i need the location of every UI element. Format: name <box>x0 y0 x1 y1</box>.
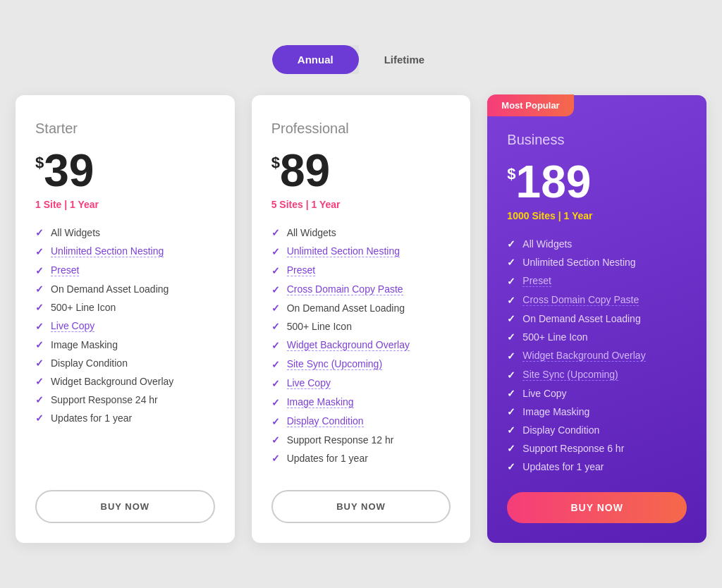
feature-link[interactable]: Live Copy <box>287 377 331 389</box>
lifetime-toggle[interactable]: Lifetime <box>359 45 451 74</box>
feature-text: Support Response 6 hr <box>522 443 624 454</box>
plan-period-professional: 5 Sites | 1 Year <box>271 199 451 210</box>
price-dollar-professional: $ <box>271 154 280 172</box>
feature-item: ✓ Support Response 6 hr <box>507 443 687 454</box>
feature-item: ✓ 500+ Line Icon <box>271 321 451 332</box>
buy-button-starter[interactable]: BUY NOW <box>35 490 215 523</box>
plans-container: Starter $ 39 1 Site | 1 Year ✓ All Widge… <box>16 95 706 543</box>
check-icon: ✓ <box>271 321 280 332</box>
feature-link[interactable]: Preset <box>51 264 79 276</box>
feature-text: All Widgets <box>522 238 572 250</box>
feature-link[interactable]: Unlimited Section Nesting <box>51 245 164 257</box>
plan-card-starter: Starter $ 39 1 Site | 1 Year ✓ All Widge… <box>16 95 235 543</box>
check-icon: ✓ <box>507 257 515 268</box>
features-list-starter: ✓ All Widgets ✓ Unlimited Section Nestin… <box>35 227 215 470</box>
feature-item: ✓ Cross Domain Copy Paste <box>271 283 451 295</box>
check-icon: ✓ <box>35 357 44 369</box>
feature-text: Widget Background Overlay <box>51 376 173 387</box>
page-wrapper: Annual Lifetime Starter $ 39 1 Site | 1 … <box>16 45 706 543</box>
plan-card-business: Most PopularBusiness $ 189 1000 Sites | … <box>487 95 706 543</box>
feature-item: ✓ On Demand Asset Loading <box>271 302 451 314</box>
check-icon: ✓ <box>507 406 515 417</box>
price-amount-starter: 39 <box>44 148 94 193</box>
feature-text: Image Masking <box>51 339 118 350</box>
feature-item: ✓ Image Masking <box>35 339 215 350</box>
feature-link[interactable]: Site Sync (Upcoming) <box>287 358 382 370</box>
feature-link[interactable]: Cross Domain Copy Paste <box>522 294 639 306</box>
feature-item: ✓ Widget Background Overlay <box>507 350 687 362</box>
feature-text: On Demand Asset Loading <box>51 283 169 295</box>
feature-text: All Widgets <box>287 227 336 238</box>
feature-link[interactable]: Widget Background Overlay <box>287 339 410 351</box>
buy-button-professional[interactable]: BUY NOW <box>271 490 451 523</box>
feature-link[interactable]: Widget Background Overlay <box>522 350 645 362</box>
feature-item: ✓ 500+ Line Icon <box>35 302 215 313</box>
feature-item: ✓ Updates for 1 year <box>507 461 687 472</box>
plan-period-starter: 1 Site | 1 Year <box>35 199 215 210</box>
check-icon: ✓ <box>271 340 280 351</box>
check-icon: ✓ <box>507 461 515 472</box>
feature-item: ✓ Support Response 24 hr <box>35 394 215 405</box>
check-icon: ✓ <box>35 412 44 424</box>
check-icon: ✓ <box>35 376 44 387</box>
feature-item: ✓ Image Masking <box>271 396 451 408</box>
feature-item: ✓ Display Condition <box>507 424 687 436</box>
check-icon: ✓ <box>271 453 280 464</box>
plan-period-business: 1000 Sites | 1 Year <box>507 210 687 221</box>
feature-text: On Demand Asset Loading <box>287 302 405 314</box>
check-icon: ✓ <box>271 378 280 389</box>
check-icon: ✓ <box>35 394 44 405</box>
feature-text: On Demand Asset Loading <box>522 313 640 324</box>
feature-text: Updates for 1 year <box>287 453 368 464</box>
feature-link[interactable]: Image Masking <box>287 396 354 408</box>
feature-item: ✓ Unlimited Section Nesting <box>35 245 215 257</box>
annual-toggle[interactable]: Annual <box>272 45 359 74</box>
check-icon: ✓ <box>271 302 280 314</box>
billing-toggle: Annual Lifetime <box>272 45 450 74</box>
feature-text: All Widgets <box>51 227 100 238</box>
plan-name-professional: Professional <box>271 121 451 137</box>
feature-item: ✓ Cross Domain Copy Paste <box>507 294 687 306</box>
feature-text: Support Response 12 hr <box>287 434 394 446</box>
feature-text: Live Copy <box>522 388 566 399</box>
check-icon: ✓ <box>507 331 515 343</box>
buy-button-business[interactable]: BUY NOW <box>507 492 687 523</box>
feature-link[interactable]: Live Copy <box>51 320 94 332</box>
feature-item: ✓ All Widgets <box>35 227 215 238</box>
check-icon: ✓ <box>271 265 280 276</box>
check-icon: ✓ <box>35 283 44 295</box>
feature-item: ✓ Widget Background Overlay <box>271 339 451 351</box>
feature-link[interactable]: Display Condition <box>287 415 364 427</box>
feature-link[interactable]: Preset <box>287 264 315 276</box>
price-row-starter: $ 39 <box>35 148 215 193</box>
feature-link[interactable]: Cross Domain Copy Paste <box>287 283 403 295</box>
feature-link[interactable]: Unlimited Section Nesting <box>287 245 400 257</box>
check-icon: ✓ <box>507 295 515 306</box>
check-icon: ✓ <box>35 246 44 257</box>
check-icon: ✓ <box>507 313 515 324</box>
feature-item: ✓ Preset <box>507 275 687 287</box>
plan-card-professional: Professional $ 89 5 Sites | 1 Year ✓ All… <box>252 95 471 543</box>
feature-item: ✓ Support Response 12 hr <box>271 434 451 446</box>
check-icon: ✓ <box>271 359 280 370</box>
feature-text: Updates for 1 year <box>522 461 604 472</box>
check-icon: ✓ <box>35 339 44 350</box>
feature-item: ✓ Unlimited Section Nesting <box>271 245 451 257</box>
feature-link[interactable]: Preset <box>522 275 551 287</box>
feature-link[interactable]: Site Sync (Upcoming) <box>522 369 618 381</box>
feature-text: Display Condition <box>522 424 599 436</box>
price-row-business: $ 189 <box>507 159 687 204</box>
feature-item: ✓ Preset <box>35 264 215 276</box>
check-icon: ✓ <box>271 434 280 446</box>
feature-item: ✓ All Widgets <box>507 238 687 250</box>
feature-item: ✓ Live Copy <box>35 320 215 332</box>
features-list-professional: ✓ All Widgets ✓ Unlimited Section Nestin… <box>271 227 451 470</box>
check-icon: ✓ <box>507 369 515 381</box>
feature-item: ✓ Live Copy <box>507 388 687 399</box>
feature-text: Image Masking <box>522 406 589 417</box>
feature-text: 500+ Line Icon <box>287 321 352 332</box>
feature-item: ✓ Site Sync (Upcoming) <box>507 369 687 381</box>
check-icon: ✓ <box>271 227 280 238</box>
feature-item: ✓ Unlimited Section Nesting <box>507 257 687 268</box>
check-icon: ✓ <box>507 350 515 362</box>
